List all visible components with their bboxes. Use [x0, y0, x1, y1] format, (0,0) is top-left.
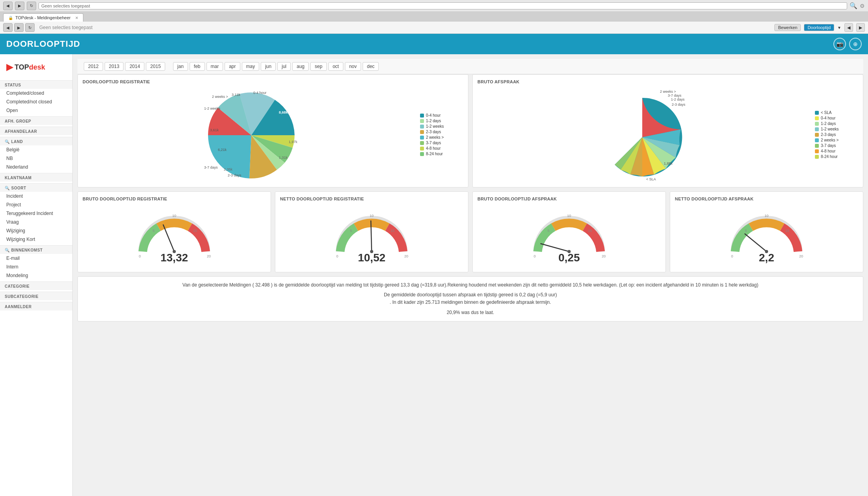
sidebar-item-nb[interactable]: NB — [0, 154, 72, 163]
toolbar-forward-btn[interactable]: ▶ — [14, 23, 24, 32]
toolbar-back-btn[interactable]: ◀ — [3, 23, 13, 32]
summary-line-3: . In dit kader zijn 25.713 meldingen bin… — [86, 299, 855, 306]
sidebar-item-teruggekeerd[interactable]: Teruggekeerd Incident — [0, 209, 72, 218]
camera-icon-btn[interactable]: 📷 — [833, 38, 846, 50]
year-2013-btn[interactable]: 2013 — [105, 62, 124, 71]
svg-text:0: 0 — [336, 254, 338, 258]
legend2-label-0-4hour: 0-4 hour — [821, 116, 835, 120]
month-may-btn[interactable]: may — [242, 62, 260, 71]
expand-icon-btn[interactable]: ⊕ — [849, 38, 862, 50]
month-oct-btn[interactable]: oct — [328, 62, 343, 71]
svg-text:20: 20 — [602, 254, 606, 258]
binnenkomst-label: BINNENKOMST — [11, 248, 43, 252]
gauge-chart-4-container: 0 5 10 15 20 2,2 — [675, 205, 858, 267]
active-view-button[interactable]: Doorlooptijd — [804, 24, 834, 31]
pie-chart-2-container: 25,37k 1,85k 2 weeks > 3-7 days 1-2 days… — [477, 88, 858, 182]
search-browser-icon[interactable]: 🔍 — [850, 2, 857, 9]
legend-dot-3-7days — [420, 141, 424, 145]
gauge-chart-1-title: BRUTO DOORLOOPTIJD REGISTRATIE — [83, 197, 266, 201]
sidebar-item-wijziging-kort[interactable]: Wijziging Kort — [0, 235, 72, 244]
dropdown-arrow[interactable]: ▼ — [837, 26, 841, 30]
gauge-chart-1-container: 0 5 10 15 20 13,32 — [83, 205, 266, 267]
subcategorie-label: SUBCATEGORIE — [5, 294, 39, 299]
pie-chart-1-legend: 0-4 hour 1-2 days 1-2 weeks 2-3 day — [420, 113, 463, 157]
sidebar-item-completed-closed[interactable]: Completed/closed — [0, 89, 72, 97]
toolbar-nav-prev[interactable]: ◀ — [844, 23, 853, 32]
svg-text:1,85k: 1,85k — [664, 162, 673, 165]
svg-text:2 weeks >: 2 weeks > — [212, 95, 228, 99]
nav-forward-btn[interactable]: ▶ — [15, 2, 24, 10]
month-feb-btn[interactable]: feb — [190, 62, 205, 71]
legend2-item-sla: < SLA — [815, 110, 858, 115]
legend-label-4-8hour: 4-8 hour — [426, 146, 440, 151]
sidebar-item-completed-not-closed[interactable]: Completed/not closed — [0, 97, 72, 106]
tab-close-icon[interactable]: ✕ — [75, 16, 78, 20]
sidebar-item-belgie[interactable]: België — [0, 145, 72, 154]
afhandelaar-label: AFHANDELAAR — [5, 129, 37, 134]
sidebar-section-aanmelder: AANMELDER — [0, 302, 72, 310]
land-search-icon[interactable]: 🔍 — [5, 140, 10, 144]
svg-text:1-2 days: 1-2 days — [671, 97, 685, 101]
soort-label: SOORT — [11, 186, 26, 190]
categorie-label: CATEGORIE — [5, 284, 29, 288]
month-sep-btn[interactable]: sep — [310, 62, 326, 71]
svg-text:5: 5 — [547, 229, 549, 233]
year-2012-btn[interactable]: 2012 — [84, 62, 103, 71]
legend-item-2-3days: 2-3 days — [420, 130, 463, 134]
toolbar-left: ◀ ▶ ↻ Geen selecties toegepast — [3, 23, 92, 32]
year-2015-btn[interactable]: 2015 — [146, 62, 165, 71]
svg-text:10: 10 — [567, 214, 571, 218]
sidebar-item-intern[interactable]: Intern — [0, 263, 72, 271]
svg-text:0: 0 — [534, 254, 536, 258]
svg-text:15: 15 — [193, 229, 197, 233]
svg-text:8,68k: 8,68k — [279, 110, 288, 114]
legend-dot-1-2days — [420, 119, 424, 123]
sidebar-item-vraag[interactable]: Vraag — [0, 218, 72, 226]
svg-text:2 weeks >: 2 weeks > — [660, 90, 676, 94]
address-bar[interactable]: Geen selecties toegepast — [39, 2, 847, 9]
year-2014-btn[interactable]: 2014 — [125, 62, 144, 71]
gauge-chart-1-card: BRUTO DOORLOOPTIJD REGISTRATIE 0 5 — [77, 191, 271, 272]
toolbar-reload-btn[interactable]: ↻ — [25, 23, 35, 32]
month-apr-btn[interactable]: apr — [225, 62, 240, 71]
svg-text:3,11k: 3,11k — [232, 93, 241, 97]
legend-label-3-7days: 3-7 days — [426, 141, 441, 145]
settings-browser-icon[interactable]: ⚙ — [860, 3, 865, 9]
content-area: 2012 2013 2014 2015 jan feb mar apr may … — [73, 54, 868, 496]
gauge-chart-2-card: NETTO DOORLOOPTIJD REGISTRATIE 0 5 10 15… — [275, 191, 468, 272]
legend2-dot-1-2weeks — [815, 127, 819, 131]
sidebar-logo: ▶ TOPdesk — [0, 59, 72, 79]
legend-item-8-24hour: 8-24 hour — [420, 152, 463, 156]
month-mar-btn[interactable]: mar — [206, 62, 223, 71]
sidebar-item-project[interactable]: Project — [0, 200, 72, 209]
sidebar-item-incident[interactable]: Incident — [0, 192, 72, 200]
month-jul-btn[interactable]: jul — [277, 62, 291, 71]
month-nov-btn[interactable]: nov — [345, 62, 361, 71]
topdesk-logo-text: TOPdesk — [15, 63, 45, 72]
edit-button[interactable]: Bewerken — [774, 24, 801, 31]
sidebar-item-wijziging[interactable]: Wijziging — [0, 226, 72, 235]
legend2-label-4-8hour: 4-8 hour — [821, 149, 835, 153]
land-label: LAND — [11, 140, 23, 144]
legend2-dot-2weeks-plus — [815, 138, 819, 142]
reload-btn[interactable]: ↻ — [27, 2, 36, 10]
binnenkomst-search-icon[interactable]: 🔍 — [5, 248, 10, 252]
aanmelder-label: AANMELDER — [5, 305, 31, 309]
month-aug-btn[interactable]: aug — [292, 62, 309, 71]
nav-back-btn[interactable]: ◀ — [3, 2, 13, 10]
month-jun-btn[interactable]: jun — [261, 62, 276, 71]
soort-search-icon[interactable]: 🔍 — [5, 186, 10, 190]
summary-text-card: Van de geselecteerde Meldingen ( 32.498 … — [77, 276, 863, 321]
gauge-chart-4-title: NETTO DOORLOOPTIJD AFSPRAAK — [675, 197, 858, 201]
toolbar-nav-next[interactable]: ▶ — [856, 23, 865, 32]
svg-text:15: 15 — [785, 229, 789, 233]
month-dec-btn[interactable]: dec — [363, 62, 379, 71]
sidebar-item-mondeling[interactable]: Mondeling — [0, 271, 72, 280]
active-tab[interactable]: 🔒 TOPdesk - Meldingenbeheer ✕ — [3, 13, 83, 22]
sidebar-item-nederland[interactable]: Nederland — [0, 163, 72, 171]
month-jan-btn[interactable]: jan — [173, 62, 188, 71]
legend2-dot-4-8hour — [815, 149, 819, 153]
legend-dot-2-3days — [420, 130, 424, 134]
sidebar-item-open[interactable]: Open — [0, 106, 72, 115]
sidebar-item-email[interactable]: E-mail — [0, 254, 72, 263]
